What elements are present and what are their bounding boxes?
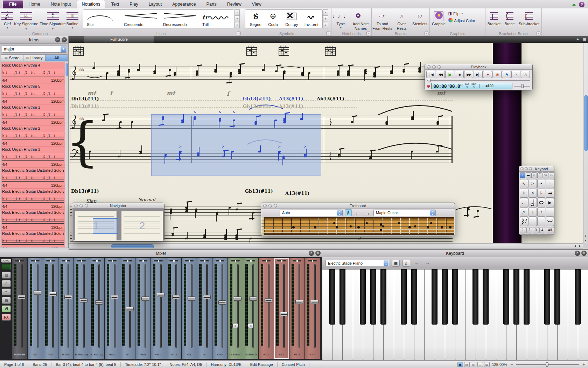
keypad-tab-accidentals[interactable]: ♭♭: [549, 172, 554, 178]
keypad-key-blank[interactable]: [546, 207, 554, 217]
keyboard-instrument-select[interactable]: Electric Stage Piano▲▼: [326, 260, 389, 266]
over-rests-button[interactable]: ♫ Over Rests: [394, 9, 410, 30]
ribbon-tab-play[interactable]: Play: [125, 0, 143, 8]
keypad-key-eighth-note-b[interactable]: ♪: [537, 207, 546, 217]
black-key[interactable]: [370, 269, 376, 325]
mixer-strip-tamb-[interactable]: Tamb.: [135, 258, 150, 359]
mixer-strip-fx-3[interactable]: FX 3: [289, 258, 304, 359]
navigator-title-bar[interactable]: Navigator: [72, 203, 164, 209]
keypad-key-half-note[interactable]: [528, 198, 537, 207]
pan-slider[interactable]: [246, 260, 255, 261]
black-key[interactable]: [442, 269, 448, 325]
mixer-strip-tpt-[interactable]: Tpt.: [28, 258, 43, 359]
mixer-strip-fx-4[interactable]: FX 4: [305, 258, 320, 359]
fader-thumb[interactable]: [157, 293, 164, 297]
zoom-in-icon[interactable]: +: [582, 362, 586, 367]
virtual-instruments-button[interactable]: VI: [2, 305, 11, 312]
black-key[interactable]: [340, 269, 345, 325]
mixer-detach-icon[interactable]: ↗: [309, 251, 314, 256]
fader-thumb[interactable]: [280, 312, 288, 316]
full-screen-view-icon[interactable]: ▥: [484, 362, 490, 367]
black-key[interactable]: [524, 269, 530, 325]
fretboard-mode-select[interactable]: Auto▲▼: [280, 210, 343, 216]
fader-thumb[interactable]: [311, 300, 318, 304]
flexi-time-button[interactable]: ◉: [492, 71, 502, 78]
black-key[interactable]: [329, 269, 335, 325]
keypad-key-tie[interactable]: [546, 217, 554, 226]
mixer-strip-e-pno-b-[interactable]: E. Pno. (b): [89, 258, 104, 359]
mixer-strip-vla-[interactable]: Vla.: [182, 258, 197, 359]
move-to-end-button[interactable]: ▶▏: [474, 71, 483, 78]
keypad-key-blank[interactable]: [537, 217, 546, 226]
symbols-gallery-scroll[interactable]: ▲▼▼: [323, 9, 328, 28]
pan-slider[interactable]: [216, 260, 224, 261]
keypad-key-flat[interactable]: ♭: [537, 189, 546, 198]
move-to-start-button[interactable]: ▏◀: [426, 71, 435, 78]
keypad-key-whole-note[interactable]: [537, 198, 546, 207]
panorama-view-icon[interactable]: ▤: [464, 362, 470, 367]
window-traffic-lights[interactable]: [520, 167, 532, 170]
idea-item[interactable]: Rock Organ Rhythm 3♭♩ ♫♪ ♫ ♪♩ ♫♫ ♪ ♩♫4/4…: [1, 146, 65, 168]
keypad-key-tenuto[interactable]: –: [546, 179, 554, 188]
pan-slider[interactable]: [277, 260, 286, 261]
symbols-dialog-launcher[interactable]: ↘: [326, 32, 330, 35]
fader-thumb[interactable]: [64, 295, 72, 299]
mixer-strip-e-pno-a-[interactable]: E. Pno. (a): [74, 258, 89, 359]
live-playback-button[interactable]: ☞: [511, 71, 520, 78]
keypad-key-rewind[interactable]: ◀◀: [546, 189, 554, 198]
ideas-search-dropdown-icon[interactable]: ▼: [61, 46, 66, 52]
pan-slider[interactable]: [185, 260, 194, 261]
playback-title-bar[interactable]: Playback: [425, 64, 532, 70]
segno-item[interactable]: S / Segno: [247, 11, 265, 27]
note-input-toggle-icon[interactable]: ♬: [402, 260, 410, 267]
window-traffic-lights[interactable]: [427, 65, 441, 69]
stepper-icon[interactable]: ▲▼: [384, 260, 388, 266]
keypad-key-sharp[interactable]: ♯: [528, 189, 537, 198]
keypad-key-quarter-note[interactable]: ♩: [520, 198, 528, 207]
coda-item[interactable]: ⊕ Coda: [265, 11, 282, 27]
voice-button-all[interactable]: All: [546, 227, 554, 233]
octave-left-icon[interactable]: ←: [413, 260, 421, 267]
ribbon-tab-appearance[interactable]: Appearance: [167, 0, 201, 8]
meter-view-button[interactable]: ▥: [2, 272, 11, 279]
fader-thumb[interactable]: [188, 297, 195, 301]
mixer-strip-vln-1[interactable]: Vln. 1: [151, 258, 166, 359]
pan-slider[interactable]: [92, 260, 101, 261]
keypad-key-sixteenth-note[interactable]: ♬: [520, 207, 528, 217]
pan-slider[interactable]: [139, 260, 147, 261]
keypad-tab-articulations[interactable]: ⌒: [537, 172, 543, 178]
record-button[interactable]: ●: [483, 71, 492, 78]
score-horizontal-scrollbar[interactable]: ◀ ▶: [69, 243, 583, 249]
octave-right-icon[interactable]: →: [424, 260, 431, 267]
mixer-strip-vln-2[interactable]: Vln. 2: [166, 258, 181, 359]
show-instruments-button[interactable]: ▤: [2, 297, 11, 304]
keypad-key-natural[interactable]: ♮: [520, 189, 528, 198]
keypad-tab-common-notes[interactable]: o: [520, 172, 525, 178]
mixer-strip-fx-1[interactable]: FX 1: [259, 258, 274, 359]
fretboard-title-bar[interactable]: Fretboard: [261, 203, 455, 209]
instrument-settings-icon[interactable]: ☼: [248, 323, 253, 328]
fader-thumb[interactable]: [234, 297, 241, 301]
fretboard-board[interactable]: [261, 217, 454, 235]
idea-item[interactable]: Rock Organ Rhythm 4♭♩ ♫♪ ♫ ♪♩ ♫♫ ♪ ♩♫4/4…: [1, 62, 65, 83]
zoom-slider[interactable]: [516, 362, 579, 367]
notehead-type-button[interactable]: ♩♩♩ Type ▼: [332, 9, 349, 30]
bracket-dialog-launcher[interactable]: ↘: [537, 32, 540, 35]
black-key[interactable]: [411, 269, 417, 325]
stop-button[interactable]: ■: [455, 71, 464, 78]
noteheads-dialog-launcher[interactable]: ↘: [366, 32, 370, 35]
black-key[interactable]: [575, 269, 581, 325]
fader-thumb[interactable]: [218, 300, 226, 305]
fader-thumb[interactable]: [265, 298, 272, 302]
sub-bracket-button[interactable]: [ Sub-bracket: [519, 9, 539, 26]
idea-item[interactable]: Rock Electric Guitar Distorted Solo 7♭♩ …: [1, 231, 65, 247]
do-not-photocopy-item[interactable]: ✕ Do...py: [281, 11, 302, 27]
idea-item[interactable]: Rock Organ Rhythm 1♭♩ ♫♪ ♫ ♪♩ ♫♫ ♪ ♩♫4/4…: [1, 104, 65, 125]
ribbon-tab-parts[interactable]: Parts: [202, 0, 222, 8]
pan-slider[interactable]: [200, 260, 209, 261]
graphic-button[interactable]: Graphic: [432, 10, 446, 26]
mixer-strip-bass[interactable]: Bass: [105, 258, 120, 359]
pan-slider[interactable]: [108, 260, 117, 261]
ribbon-tab-review[interactable]: Review: [222, 0, 246, 8]
new-tab-icon[interactable]: +: [575, 37, 580, 42]
